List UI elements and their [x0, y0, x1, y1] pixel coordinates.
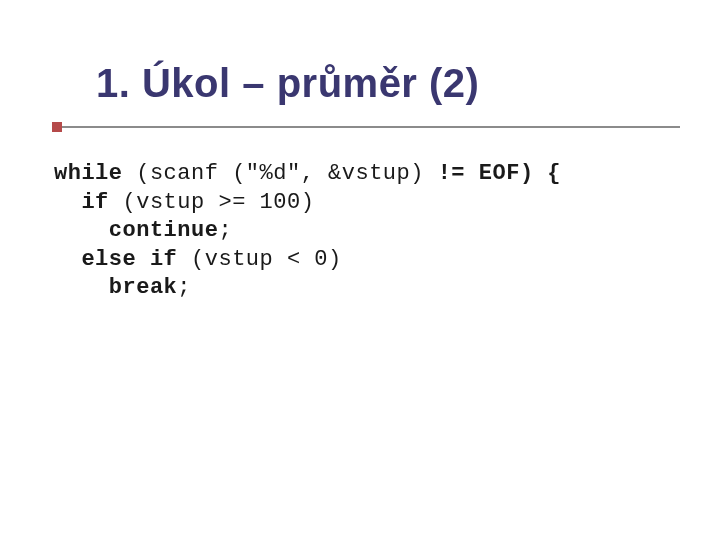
kw-while: while [54, 161, 123, 186]
code-block: while (scanf ("%d", &vstup) != EOF) { if… [54, 160, 680, 303]
kw-if: if [81, 190, 108, 215]
code-text: ; [218, 218, 232, 243]
bullet-square-icon [52, 122, 62, 132]
underline-line [52, 126, 680, 128]
code-text: (scanf ("%d", &vstup) [123, 161, 438, 186]
title-underline [52, 122, 680, 132]
code-indent [54, 190, 81, 215]
code-indent [54, 218, 109, 243]
kw-elseif: else if [81, 247, 177, 272]
code-text: ; [177, 275, 191, 300]
code-bold: != EOF) { [438, 161, 561, 186]
code-text: (vstup >= 100) [109, 190, 315, 215]
slide-title: 1. Úkol – průměr (2) [96, 60, 680, 116]
code-indent [54, 275, 109, 300]
code-text: (vstup < 0) [177, 247, 341, 272]
kw-break: break [109, 275, 178, 300]
code-indent [54, 247, 81, 272]
title-area: 1. Úkol – průměr (2) [96, 60, 680, 116]
slide: 1. Úkol – průměr (2) while (scanf ("%d",… [0, 0, 720, 540]
kw-continue: continue [109, 218, 219, 243]
